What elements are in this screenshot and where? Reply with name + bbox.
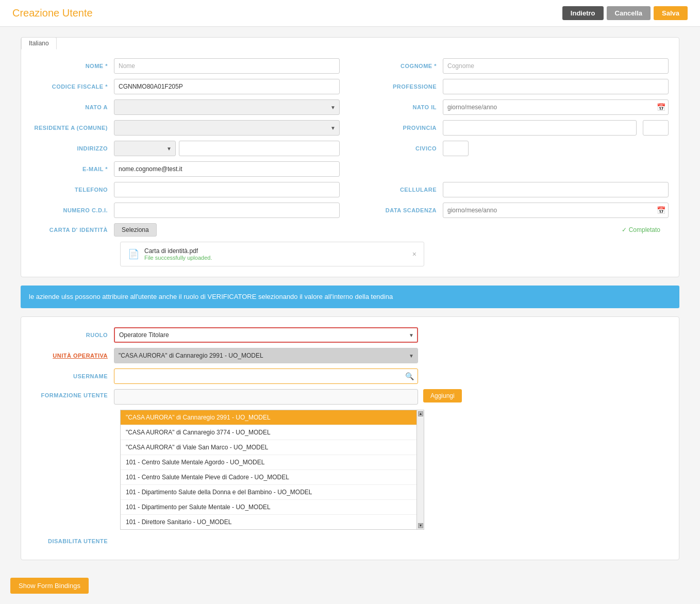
ruolo-row: RUOLO Operatore Titolare Verificatore ▼ (31, 327, 669, 343)
indirizzo-group: INDIRIZZO ▼ (31, 141, 340, 156)
residente-label: RESIDENTE A (COMUNE) (31, 125, 114, 131)
nato-a-select[interactable] (114, 99, 340, 115)
dropdown-with-scroll: "CASA AURORA" di Cannaregio 2991 - UO_MO… (121, 410, 424, 529)
nato-il-date-wrapper: 📅 (443, 99, 669, 115)
scroll-up-button[interactable]: ▲ (418, 411, 423, 416)
completato-text: ✓ Completato (622, 226, 669, 233)
role-section: RUOLO Operatore Titolare Verificatore ▼ … (21, 316, 679, 560)
file-name: Carta di identità.pdf (144, 247, 212, 255)
cdi-group: NUMERO C.D.I. (31, 203, 340, 218)
aggiungi-button[interactable]: Aggiungi (423, 389, 462, 402)
file-remove-icon[interactable]: × (412, 250, 416, 258)
nome-input[interactable] (114, 58, 340, 74)
professione-group: PROFESSIONE (360, 79, 669, 94)
ruolo-select-wrapper: Operatore Titolare Verificatore ▼ (114, 327, 418, 343)
dropdown-scrollbar: ▲ ▼ (416, 410, 424, 529)
form-card: Italiano NOME * COGNOME * CODICE FISCALE… (21, 37, 679, 277)
nato-il-group: NATO IL 📅 (360, 99, 669, 115)
carta-identita-row: CARTA D' IDENTITÀ Seleziona ✓ Completato (31, 223, 669, 237)
uo-select[interactable]: "CASA AURORA" di Cannaregio 2991 - UO_MO… (114, 348, 418, 363)
indirizzo-type-select[interactable] (114, 141, 176, 156)
file-info: Carta di identità.pdf File successfully … (144, 247, 212, 261)
nome-group: NOME * (31, 58, 340, 74)
nato-row: NATO A ▼ NATO IL 📅 (31, 99, 669, 115)
disabilita-row: DISABILITA UTENTE (31, 538, 669, 544)
ruolo-select[interactable]: Operatore Titolare Verificatore (114, 327, 418, 343)
indirizzo-label: INDIRIZZO (31, 145, 114, 152)
page-header: Creazione Utente Indietro Cancella Salva (0, 0, 700, 27)
residente-row: RESIDENTE A (COMUNE) ▼ PROVINCIA (31, 120, 669, 136)
indirizzo-row: INDIRIZZO ▼ CIVICO (31, 141, 669, 156)
civico-label: CIVICO (360, 145, 443, 152)
telefono-row: TELEFONO CELLULARE (31, 182, 669, 197)
cdi-scadenza-row: NUMERO C.D.I. DATA SCADENZA 📅 (31, 203, 669, 218)
nome-label: NOME * (31, 63, 114, 69)
dropdown-item-0[interactable]: "CASA AURORA" di Cannaregio 2991 - UO_MO… (121, 410, 416, 425)
file-success-text: File successfully uploaded. (144, 255, 212, 261)
dropdown-item-2[interactable]: "CASA AURORA" di Viale San Marco - UO_MO… (121, 440, 416, 455)
dropdown-item-7[interactable]: 101 - Direttore Sanitario - UO_MODEL (121, 515, 416, 529)
cancella-button[interactable]: Cancella (607, 6, 651, 20)
disabilita-label: DISABILITA UTENTE (31, 538, 114, 544)
scroll-down-button[interactable]: ▼ (418, 523, 423, 528)
main-content: Italiano NOME * COGNOME * CODICE FISCALE… (0, 27, 700, 571)
nato-a-select-wrapper: ▼ (114, 99, 340, 115)
dropdown-item-5[interactable]: 101 - Dipartimento Salute della Donna e … (121, 485, 416, 500)
formazione-content (114, 389, 418, 405)
username-input[interactable] (114, 368, 418, 384)
indietro-button[interactable]: Indietro (562, 6, 604, 20)
formazione-row: FORMAZIONE UTENTE Aggiungi (31, 389, 669, 405)
provincia-short-input[interactable] (643, 120, 669, 136)
carta-identita-group: CARTA D' IDENTITÀ Seleziona ✓ Completato (31, 223, 669, 237)
file-pdf-icon: 📄 (128, 248, 139, 260)
cognome-input[interactable] (443, 58, 669, 74)
dropdown-items-list: "CASA AURORA" di Cannaregio 2991 - UO_MO… (121, 410, 416, 529)
codice-professione-row: CODICE FISCALE * PROFESSIONE (31, 79, 669, 94)
nato-il-calendar-icon[interactable]: 📅 (657, 103, 665, 111)
nato-il-label: NATO IL (360, 104, 443, 110)
dropdown-item-4[interactable]: 101 - Centro Salute Mentale Pieve di Cad… (121, 470, 416, 485)
cellulare-group: CELLULARE (360, 182, 669, 197)
email-row: E-MAIL * (31, 161, 669, 177)
dropdown-item-3[interactable]: 101 - Centro Salute Mentale Agordo - UO_… (121, 455, 416, 470)
cellulare-input[interactable] (443, 182, 669, 197)
residente-group: RESIDENTE A (COMUNE) ▼ (31, 120, 340, 136)
header-buttons: Indietro Cancella Salva (562, 6, 688, 20)
username-label: USERNAME (31, 373, 114, 379)
data-scadenza-calendar-icon[interactable]: 📅 (657, 206, 665, 214)
civico-input[interactable] (443, 141, 469, 156)
numero-cdi-input[interactable] (114, 203, 340, 218)
provincia-group: PROVINCIA (360, 120, 669, 136)
uo-select-wrapper: "CASA AURORA" di Cannaregio 2991 - UO_MO… (114, 348, 418, 363)
salva-button[interactable]: Salva (654, 6, 688, 20)
professione-input[interactable] (443, 79, 669, 94)
cellulare-label: CELLULARE (360, 187, 443, 193)
email-group: E-MAIL * (31, 161, 340, 177)
dropdown-item-6[interactable]: 101 - Dipartimento per Salute Mentale - … (121, 500, 416, 515)
username-search-wrapper: 🔍 (114, 368, 418, 384)
provincia-label: PROVINCIA (360, 125, 443, 131)
codice-fiscale-group: CODICE FISCALE * (31, 79, 340, 94)
telefono-input[interactable] (114, 182, 340, 197)
dropdown-container: "CASA AURORA" di Cannaregio 2991 - UO_MO… (120, 410, 424, 530)
username-search-icon[interactable]: 🔍 (405, 372, 414, 380)
cognome-label: COGNOME * (360, 63, 443, 69)
indirizzo-input[interactable] (179, 141, 340, 156)
residente-select[interactable] (114, 120, 340, 136)
seleziona-button[interactable]: Seleziona (114, 223, 157, 237)
tab-italiano[interactable]: Italiano (21, 37, 57, 49)
civico-group: CIVICO (360, 141, 669, 156)
codice-fiscale-input[interactable] (114, 79, 340, 94)
nato-il-input[interactable] (443, 99, 669, 115)
file-upload-area: 📄 Carta di identità.pdf File successfull… (120, 242, 424, 266)
dropdown-item-1[interactable]: "CASA AURORA" di Cannaregio 3774 - UO_MO… (121, 425, 416, 440)
numero-cdi-label: NUMERO C.D.I. (31, 207, 114, 213)
dropdown-inner: "CASA AURORA" di Cannaregio 2991 - UO_MO… (120, 410, 424, 530)
provincia-input[interactable] (443, 120, 637, 136)
scadenza-group: DATA SCADENZA 📅 (360, 203, 669, 218)
email-input[interactable] (114, 161, 340, 177)
residente-select-wrapper: ▼ (114, 120, 340, 136)
data-scadenza-input[interactable] (443, 203, 669, 218)
data-scadenza-label: DATA SCADENZA (360, 207, 443, 213)
cognome-group: COGNOME * (360, 58, 669, 74)
